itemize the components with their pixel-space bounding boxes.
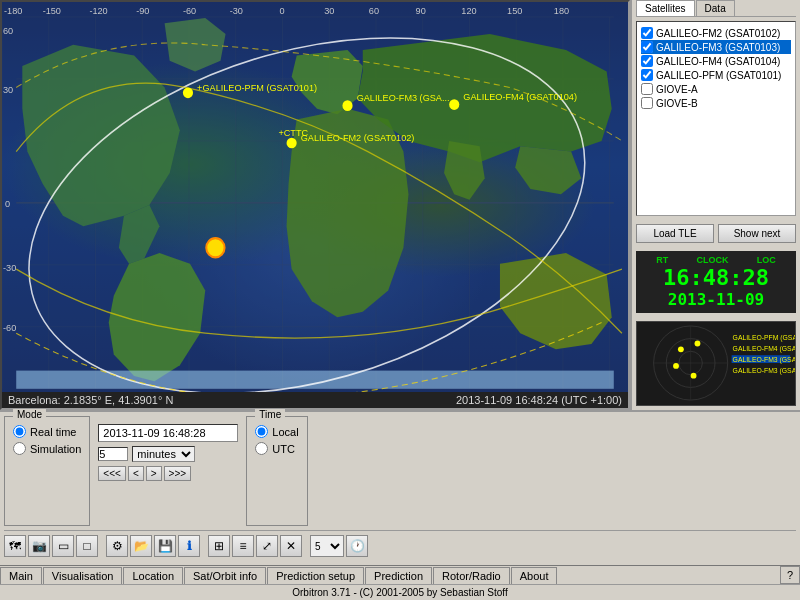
- sat-item-galileo-fm3[interactable]: GALILEO-FM3 (GSAT0103): [641, 40, 791, 54]
- save-icon: 💾: [158, 539, 173, 553]
- interval-row: minutes seconds hours: [98, 446, 238, 462]
- clock-label: CLOCK: [696, 255, 728, 265]
- satellite-tabs: Satellites Data: [636, 0, 796, 17]
- tool-open-button[interactable]: 📂: [130, 535, 152, 557]
- clock-panel: RT CLOCK LOC 16:48:28 2013-11-09: [636, 251, 796, 313]
- show-next-button[interactable]: Show next: [718, 224, 796, 243]
- local-label: Local: [272, 426, 298, 438]
- info-icon: ℹ: [187, 539, 192, 553]
- right-panel: Satellites Data GALILEO-FM2 (GSAT0102) G…: [630, 0, 800, 410]
- toolbar: 🗺 📷 ▭ □ ⚙ 📂 💾 ℹ: [4, 530, 796, 561]
- sat-item-giove-a[interactable]: GIOVE-A: [641, 82, 791, 96]
- svg-text:+GALILEO-PFM (GSAT0101): +GALILEO-PFM (GSAT0101): [197, 82, 317, 92]
- tab-rotor-radio[interactable]: Rotor/Radio: [433, 567, 510, 584]
- grid-icon: ⊞: [214, 539, 224, 553]
- datetime-group: minutes seconds hours <<< < > >>>: [98, 416, 238, 526]
- bottom-area: Mode Real time Simulation minutes se: [0, 410, 800, 565]
- sat-checkbox-giove-b[interactable]: [641, 97, 653, 109]
- tool-rect1-button[interactable]: ▭: [52, 535, 74, 557]
- tab-satellites[interactable]: Satellites: [636, 0, 695, 16]
- rt-label: RT: [656, 255, 668, 265]
- tool-resize-button[interactable]: ⤢: [256, 535, 278, 557]
- sat-checkbox-giove-a[interactable]: [641, 83, 653, 95]
- sat-item-giove-b[interactable]: GIOVE-B: [641, 96, 791, 110]
- tool-settings-button[interactable]: ⚙: [106, 535, 128, 557]
- tool-info-button[interactable]: ℹ: [178, 535, 200, 557]
- svg-text:-150: -150: [43, 6, 61, 16]
- simulation-label: Simulation: [30, 443, 81, 455]
- sat-item-galileo-pfm[interactable]: GALILEO-PFM (GSAT0101): [641, 68, 791, 82]
- sat-item-galileo-fm4[interactable]: GALILEO-FM4 (GSAT0104): [641, 54, 791, 68]
- close-icon: ✕: [286, 539, 296, 553]
- interval-unit-select[interactable]: minutes seconds hours: [132, 446, 195, 462]
- tab-visualisation[interactable]: Visualisation: [43, 567, 123, 584]
- svg-text:60: 60: [3, 26, 13, 36]
- simulation-radio[interactable]: [13, 442, 26, 455]
- sat-label-galileo-fm4: GALILEO-FM4 (GSAT0104): [656, 56, 780, 67]
- settings-icon: ⚙: [112, 539, 123, 553]
- tab-data[interactable]: Data: [696, 0, 735, 16]
- interval-num-input[interactable]: [98, 447, 128, 461]
- tool-rect2-button[interactable]: □: [76, 535, 98, 557]
- tool-clock-button[interactable]: 🕐: [346, 535, 368, 557]
- help-button[interactable]: ?: [780, 566, 800, 584]
- svg-text:GALILEO-PFM (GSAT0101): GALILEO-PFM (GSAT0101): [733, 334, 795, 342]
- sat-checkbox-galileo-pfm[interactable]: [641, 69, 653, 81]
- svg-point-29: [449, 99, 459, 110]
- svg-text:-60: -60: [3, 323, 16, 333]
- rect2-icon: □: [83, 539, 90, 553]
- datetime-input[interactable]: [98, 424, 238, 442]
- tab-main[interactable]: Main: [0, 567, 42, 584]
- satellite-list: GALILEO-FM2 (GSAT0102) GALILEO-FM3 (GSAT…: [636, 21, 796, 216]
- tool-list-button[interactable]: ≡: [232, 535, 254, 557]
- tool-close-button[interactable]: ✕: [280, 535, 302, 557]
- svg-text:30: 30: [324, 6, 334, 16]
- clock-time-display: 16:48:28: [642, 265, 790, 290]
- tool-camera-button[interactable]: 📷: [28, 535, 50, 557]
- camera-icon: 📷: [32, 539, 47, 553]
- realtime-radio[interactable]: [13, 425, 26, 438]
- svg-point-25: [183, 87, 193, 98]
- tab-prediction-setup[interactable]: Prediction setup: [267, 567, 364, 584]
- world-map-svg: +GALILEO-PFM (GSAT0101) GALILEO-FM3 (GSA…: [2, 2, 628, 408]
- utc-radio[interactable]: [255, 442, 268, 455]
- simulation-radio-row: Simulation: [13, 442, 81, 455]
- svg-text:-30: -30: [230, 6, 243, 16]
- tab-location[interactable]: Location: [123, 567, 183, 584]
- tool-map-button[interactable]: 🗺: [4, 535, 26, 557]
- nav-prev-button[interactable]: <: [128, 466, 144, 481]
- top-area: +GALILEO-PFM (GSAT0101) GALILEO-FM3 (GSA…: [0, 0, 800, 410]
- nav-last-button[interactable]: >>>: [164, 466, 192, 481]
- tab-prediction[interactable]: Prediction: [365, 567, 432, 584]
- tool-save-button[interactable]: 💾: [154, 535, 176, 557]
- sat-label-galileo-fm2: GALILEO-FM2 (GSAT0102): [656, 28, 780, 39]
- svg-point-60: [678, 346, 684, 352]
- svg-point-27: [342, 100, 352, 111]
- loc-label: LOC: [757, 255, 776, 265]
- tab-about[interactable]: About: [511, 567, 558, 584]
- location-display: Barcelona: 2.1835° E, 41.3901° N: [8, 394, 173, 406]
- sat-item-galileo-fm2[interactable]: GALILEO-FM2 (GSAT0102): [641, 26, 791, 40]
- svg-text:90: 90: [416, 6, 426, 16]
- time-group-label: Time: [255, 409, 285, 420]
- sat-checkbox-galileo-fm3[interactable]: [641, 41, 653, 53]
- svg-text:-90: -90: [136, 6, 149, 16]
- sat-checkbox-galileo-fm4[interactable]: [641, 55, 653, 67]
- nav-next-button[interactable]: >: [146, 466, 162, 481]
- load-tle-button[interactable]: Load TLE: [636, 224, 714, 243]
- svg-text:GALILEO-FM3 (GSAT0103): GALILEO-FM3 (GSAT0103): [733, 367, 795, 375]
- zoom-select[interactable]: 5 3 7 10: [310, 535, 344, 557]
- tool-grid-button[interactable]: ⊞: [208, 535, 230, 557]
- local-radio[interactable]: [255, 425, 268, 438]
- nav-first-button[interactable]: <<<: [98, 466, 126, 481]
- open-icon: 📂: [134, 539, 149, 553]
- sat-checkbox-galileo-fm2[interactable]: [641, 27, 653, 39]
- svg-text:120: 120: [461, 6, 476, 16]
- map-icon: 🗺: [9, 539, 21, 553]
- sat-label-galileo-pfm: GALILEO-PFM (GSAT0101): [656, 70, 781, 81]
- nav-buttons: <<< < > >>>: [98, 466, 238, 481]
- local-radio-row: Local: [255, 425, 298, 438]
- svg-rect-23: [16, 371, 614, 389]
- tab-sat-orbit[interactable]: Sat/Orbit info: [184, 567, 266, 584]
- svg-text:GALILEO-FM4 (GSAT0104): GALILEO-FM4 (GSAT0104): [733, 345, 795, 353]
